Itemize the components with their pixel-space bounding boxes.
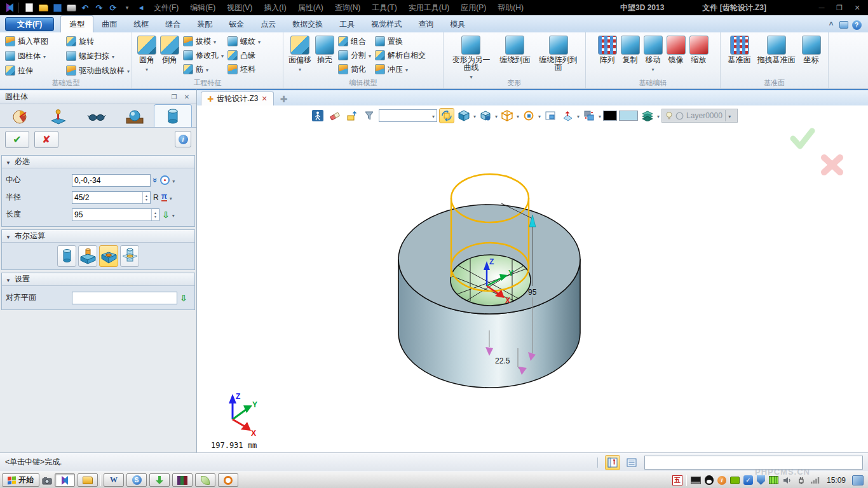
swap-display-button[interactable] [581,108,597,123]
menu-insert[interactable]: 插入(I) [258,3,292,13]
ribbon-tab-mold[interactable]: 模具 [442,16,473,32]
dropdown-caret-icon[interactable] [473,111,476,120]
ribbon-button-face-offset[interactable]: 面偏移 [287,34,313,75]
menu-edit[interactable]: 编辑(E) [184,3,221,13]
boolean-base-button[interactable] [57,245,76,267]
panel-tab-render[interactable] [116,106,154,127]
ribbon-button-driven-curve-loft[interactable]: 驱动曲线放样 [64,64,132,78]
boolean-add-button[interactable] [78,245,97,267]
section-collapse-icon[interactable] [6,232,11,241]
menu-view[interactable]: 视图(V) [221,3,258,13]
tab-close-icon[interactable]: ✕ [261,95,267,103]
dropdown-caret-icon[interactable] [43,51,46,60]
ribbon-tab-assembly[interactable]: 装配 [189,16,220,32]
new-tab-button[interactable]: ✚ [280,94,288,105]
ribbon-button-wrap-to-face[interactable]: 缠绕到面 [496,34,534,65]
tray-nvidia-icon[interactable] [730,477,740,484]
ribbon-button-combine[interactable]: 组合 [336,34,373,48]
ribbon-tab-pointcloud[interactable]: 点云 [252,16,284,32]
save-icon[interactable] [51,2,63,13]
panel-close-icon[interactable] [182,93,191,101]
dropdown-caret-icon[interactable] [206,65,208,74]
menu-application[interactable]: 应用(P) [455,3,492,13]
restore-button[interactable] [832,3,846,13]
tray-shield-icon[interactable] [757,475,765,485]
taskbar-app-download[interactable] [149,473,170,487]
ribbon-button-mirror[interactable]: 镜像 [665,34,688,65]
ribbon-tab-visual-style[interactable]: 视觉样式 [363,16,410,32]
tray-v-icon[interactable]: ✓ [743,475,753,485]
panel-tab-color-wheel[interactable] [1,106,39,127]
cancel-button[interactable]: ✘ [34,131,58,148]
background-color-swatch-black[interactable] [603,111,617,121]
dropdown-caret-icon[interactable] [221,51,224,60]
toggle-panel-button[interactable] [605,455,620,470]
panel-tab-joystick[interactable] [39,106,78,127]
ribbon-button-stock[interactable]: 坯料 [226,62,262,76]
ribbon-button-wrap-pattern-to-face[interactable]: 缠绕阵列到面 [534,34,582,72]
menu-file[interactable]: 文件(F) [148,3,184,13]
ribbon-button-scale[interactable]: 缩放 [688,34,710,65]
zoom-window-button[interactable] [543,108,558,123]
ribbon-button-rib[interactable]: 筋 [181,62,226,76]
tray-network-icon[interactable] [810,475,820,485]
panel-tab-glasses[interactable] [78,106,116,127]
dropdown-caret-icon[interactable] [170,193,172,202]
dropdown-caret-icon[interactable] [599,111,601,120]
tray-info-icon[interactable]: i [717,476,726,485]
start-button[interactable]: 开始 [2,473,39,487]
dropdown-caret-icon[interactable] [651,65,654,74]
exit-sketch-button[interactable] [310,108,325,123]
ribbon-button-drag-datum-plane[interactable]: 拖拽基准面 [753,34,800,65]
section-settings-header[interactable]: 设置 [2,273,194,286]
panel-restore-icon[interactable] [170,93,179,101]
regen-icon[interactable] [107,2,119,13]
ribbon-tab-surface[interactable]: 曲面 [93,16,125,32]
menu-attributes[interactable]: 属性(A) [292,3,329,13]
undo-icon[interactable] [79,2,91,13]
dropdown-caret-icon[interactable] [172,210,175,219]
ribbon-tab-inquiry[interactable]: 查询 [410,16,442,32]
dropdown-caret-icon[interactable] [517,111,519,120]
panel-tab-cylinder[interactable] [154,104,192,127]
info-button[interactable]: i [175,131,191,147]
dropdown-caret-icon[interactable] [258,37,261,46]
document-tab[interactable]: ✚ 齿轮设计.Z3 ✕ [201,92,274,105]
eraser-button[interactable] [327,108,342,123]
boolean-remove-button[interactable] [99,245,118,267]
length-spinner[interactable] [151,209,159,220]
dropdown-caret-icon[interactable] [172,176,175,185]
ribbon-button-morph-to-curve[interactable]: 变形为另一曲线 [447,34,496,83]
menu-utilities[interactable]: 实用工具(U) [403,3,456,13]
curvature-analysis-button[interactable] [521,108,536,123]
ghost-cancel-icon[interactable] [824,158,840,172]
menu-inquire[interactable]: 查询(N) [329,3,367,13]
dropdown-caret-icon[interactable] [495,111,498,120]
ribbon-button-replace[interactable]: 置换 [373,34,428,48]
ribbon-button-datum-plane[interactable]: 基准面 [726,34,753,65]
rotate-view-button[interactable] [439,108,454,123]
shade-mode-button[interactable] [456,108,471,123]
section-boolean-header[interactable]: 布尔运算 [2,230,194,243]
minimize-button[interactable] [815,3,829,13]
dropdown-caret-icon[interactable] [146,65,148,74]
show-desktop-button[interactable] [852,475,864,485]
redo-icon[interactable] [93,2,105,13]
center-input[interactable] [72,175,150,186]
radius-input[interactable] [72,192,142,203]
view-filter-combo[interactable] [379,109,437,122]
section-collapse-icon[interactable] [6,275,11,284]
show-output-button[interactable] [624,455,639,470]
ribbon-button-punch[interactable]: 冲压 [373,62,428,76]
collapse-ribbon-icon[interactable] [825,19,837,30]
command-input[interactable] [645,456,862,469]
ribbon-button-chamfer[interactable]: 倒角 [158,34,181,65]
radius-spinner[interactable] [142,192,150,203]
wireframe-mode-button[interactable] [499,108,515,123]
viewport-canvas[interactable]: 95 22.5 Z Y X [197,105,868,452]
layer-combo[interactable]: Layer0000 [661,109,738,123]
taskbar-app-archive[interactable] [172,473,193,487]
expand-point-icon[interactable] [151,178,160,182]
menu-help[interactable]: 帮助(H) [492,3,529,13]
dropdown-caret-icon[interactable] [577,111,580,120]
